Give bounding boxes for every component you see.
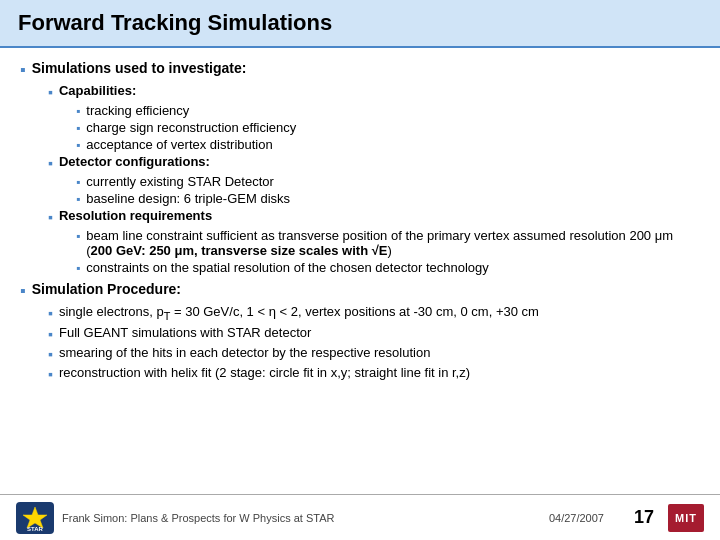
bullet-icon-proc2: ▪	[48, 326, 53, 342]
star-icon: STAR	[21, 505, 49, 531]
bullet-icon-res2: ▪	[76, 261, 80, 275]
proc-item-1: ▪ single electrons, pT = 30 GeV/c, 1 < η…	[48, 304, 700, 322]
star-logo: STAR	[16, 502, 54, 534]
res-item-1-text: beam line constraint sufficient as trans…	[86, 228, 700, 258]
detector-header: ▪ Detector configurations:	[48, 154, 700, 171]
res-item-2: ▪ constraints on the spatial resolution …	[76, 260, 700, 275]
bullet-icon-cap3: ▪	[76, 138, 80, 152]
cap-item-3: ▪ acceptance of vertex distribution	[76, 137, 700, 152]
section1-header: ▪ Simulations used to investigate:	[20, 60, 700, 79]
resolution-header: ▪ Resolution requirements	[48, 208, 700, 225]
proc-item-3: ▪ smearing of the hits in each detector …	[48, 345, 700, 362]
mit-logo: MIT	[668, 504, 704, 532]
bullet-icon-proc1: ▪	[48, 305, 53, 321]
footer-text: Frank Simon: Plans & Prospects for W Phy…	[62, 512, 549, 524]
bullet-icon-cap2: ▪	[76, 121, 80, 135]
mit-logo-text: MIT	[675, 512, 697, 524]
proc-item-4: ▪ reconstruction with helix fit (2 stage…	[48, 365, 700, 382]
proc-item-1-text: single electrons, pT = 30 GeV/c, 1 < η <…	[59, 304, 539, 322]
bullet-icon-cap1: ▪	[76, 104, 80, 118]
footer-page: 17	[634, 507, 654, 528]
resolution-label: Resolution requirements	[59, 208, 212, 223]
proc-item-4-text: reconstruction with helix fit (2 stage: …	[59, 365, 470, 380]
res-item-2-text: constraints on the spatial resolution of…	[86, 260, 489, 275]
slide-title: Forward Tracking Simulations	[18, 10, 332, 35]
bullet-icon-cap: ▪	[48, 84, 53, 100]
cap-item-2: ▪ charge sign reconstruction efficiency	[76, 120, 700, 135]
bullet-icon-det1: ▪	[76, 175, 80, 189]
bullet-icon-res: ▪	[48, 209, 53, 225]
cap-item-2-text: charge sign reconstruction efficiency	[86, 120, 296, 135]
slide: Forward Tracking Simulations ▪ Simulatio…	[0, 0, 720, 540]
slide-footer: STAR Frank Simon: Plans & Prospects for …	[0, 494, 720, 540]
det-item-2-text: baseline design: 6 triple-GEM disks	[86, 191, 290, 206]
cap-item-1-text: tracking efficiency	[86, 103, 189, 118]
capabilities-label: Capabilities:	[59, 83, 136, 98]
capabilities-header: ▪ Capabilities:	[48, 83, 700, 100]
bullet-icon-det2: ▪	[76, 192, 80, 206]
cap-item-3-text: acceptance of vertex distribution	[86, 137, 272, 152]
bullet-icon-s1: ▪	[20, 61, 26, 79]
section2-header: ▪ Simulation Procedure:	[20, 281, 700, 300]
bullet-icon-proc3: ▪	[48, 346, 53, 362]
section2-label: Simulation Procedure:	[32, 281, 181, 297]
det-item-2: ▪ baseline design: 6 triple-GEM disks	[76, 191, 700, 206]
cap-item-1: ▪ tracking efficiency	[76, 103, 700, 118]
slide-header: Forward Tracking Simulations	[0, 0, 720, 48]
proc-item-2: ▪ Full GEANT simulations with STAR detec…	[48, 325, 700, 342]
slide-content: ▪ Simulations used to investigate: ▪ Cap…	[0, 48, 720, 494]
detector-label: Detector configurations:	[59, 154, 210, 169]
svg-text:STAR: STAR	[27, 526, 44, 531]
footer-date: 04/27/2007	[549, 512, 604, 524]
svg-marker-0	[23, 507, 47, 528]
bullet-icon-proc4: ▪	[48, 366, 53, 382]
bullet-icon-det: ▪	[48, 155, 53, 171]
res-item-1: ▪ beam line constraint sufficient as tra…	[76, 228, 700, 258]
proc-item-2-text: Full GEANT simulations with STAR detecto…	[59, 325, 311, 340]
bullet-icon-res1: ▪	[76, 229, 80, 243]
proc-item-3-text: smearing of the hits in each detector by…	[59, 345, 430, 360]
section1-label: Simulations used to investigate:	[32, 60, 247, 76]
bullet-icon-s2: ▪	[20, 282, 26, 300]
det-item-1: ▪ currently existing STAR Detector	[76, 174, 700, 189]
det-item-1-text: currently existing STAR Detector	[86, 174, 274, 189]
